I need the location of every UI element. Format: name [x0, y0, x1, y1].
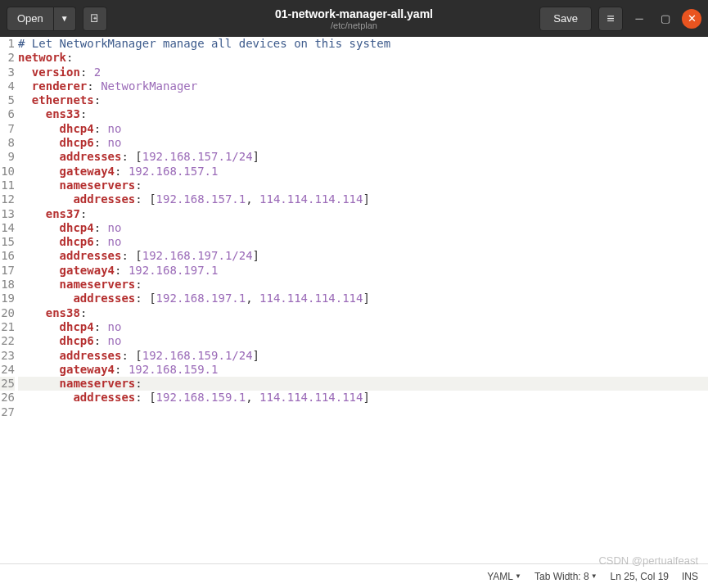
line-number: 7	[0, 122, 15, 136]
line-number: 11	[0, 179, 15, 192]
status-tab-width[interactable]: Tab Width: 8 ▼	[534, 571, 598, 582]
status-cursor-position[interactable]: Ln 25, Col 19	[611, 571, 669, 582]
line-number-gutter: 1234567891011121314151617181920212223242…	[0, 37, 18, 563]
status-language[interactable]: YAML ▼	[487, 571, 521, 582]
close-button[interactable]: ✕	[682, 9, 701, 29]
maximize-button[interactable]: ▢	[656, 9, 675, 29]
code-line[interactable]: ethernets:	[18, 93, 708, 107]
line-number: 22	[0, 334, 15, 348]
minimize-icon: ─	[635, 12, 643, 25]
code-line[interactable]: addresses: [192.168.159.1/24]	[18, 349, 708, 363]
line-number: 23	[0, 349, 15, 363]
code-line[interactable]: addresses: [192.168.197.1, 114.114.114.1…	[18, 292, 708, 305]
line-number: 10	[0, 165, 15, 179]
title-path: /etc/netplan	[275, 20, 433, 30]
code-line[interactable]: ens38:	[18, 306, 708, 320]
code-line[interactable]: dhcp4: no	[18, 320, 708, 334]
code-line[interactable]: # Let NetworkManager manage all devices …	[18, 37, 708, 51]
code-line[interactable]: dhcp4: no	[18, 122, 708, 136]
editor-area[interactable]: 1234567891011121314151617181920212223242…	[0, 37, 708, 563]
new-document-button[interactable]	[83, 7, 107, 31]
code-line[interactable]: dhcp6: no	[18, 334, 708, 348]
line-number: 14	[0, 221, 15, 235]
line-number: 9	[0, 150, 15, 164]
line-number: 4	[0, 79, 15, 93]
code-line[interactable]: renderer: NetworkManager	[18, 79, 708, 93]
status-bar: YAML ▼ Tab Width: 8 ▼ Ln 25, Col 19 INS	[0, 563, 708, 588]
open-dropdown-button[interactable]: ▼	[54, 7, 76, 31]
code-line[interactable]: nameservers:	[18, 377, 708, 391]
save-button[interactable]: Save	[539, 7, 592, 31]
line-number: 1	[0, 37, 15, 51]
code-line[interactable]: network:	[18, 51, 708, 65]
code-line[interactable]: dhcp6: no	[18, 136, 708, 150]
code-content[interactable]: # Let NetworkManager manage all devices …	[18, 37, 708, 563]
minimize-button[interactable]: ─	[629, 9, 649, 29]
hamburger-icon: ≡	[607, 11, 614, 26]
line-number: 2	[0, 51, 15, 65]
line-number: 19	[0, 292, 15, 305]
line-number: 5	[0, 93, 15, 107]
status-language-label: YAML	[487, 571, 513, 582]
line-number: 18	[0, 278, 15, 292]
open-button[interactable]: Open	[7, 7, 54, 31]
title-center: 01-network-manager-all.yaml /etc/netplan	[275, 7, 433, 30]
line-number: 17	[0, 264, 15, 278]
code-line[interactable]: addresses: [192.168.197.1/24]	[18, 249, 708, 263]
new-doc-icon	[90, 13, 100, 25]
hamburger-menu-button[interactable]: ≡	[598, 7, 623, 31]
chevron-down-icon: ▼	[591, 572, 598, 580]
line-number: 21	[0, 320, 15, 334]
chevron-down-icon: ▼	[515, 572, 521, 580]
line-number: 15	[0, 235, 15, 249]
code-line[interactable]: addresses: [192.168.157.1/24]	[18, 150, 708, 164]
line-number: 24	[0, 363, 15, 377]
code-line[interactable]: dhcp6: no	[18, 235, 708, 249]
line-number: 20	[0, 306, 15, 320]
code-line[interactable]: gateway4: 192.168.197.1	[18, 264, 708, 278]
code-line[interactable]: nameservers:	[18, 278, 708, 292]
title-filename: 01-network-manager-all.yaml	[275, 7, 433, 20]
line-number: 16	[0, 249, 15, 263]
line-number: 12	[0, 192, 15, 206]
line-number: 27	[0, 405, 15, 419]
code-line[interactable]: gateway4: 192.168.157.1	[18, 165, 708, 179]
line-number: 13	[0, 207, 15, 221]
line-number: 6	[0, 107, 15, 121]
line-number: 3	[0, 66, 15, 79]
line-number: 26	[0, 391, 15, 405]
code-line[interactable]: version: 2	[18, 66, 708, 79]
titlebar: Open ▼ 01-network-manager-all.yaml /etc/…	[0, 0, 708, 37]
status-insert-mode[interactable]: INS	[682, 571, 698, 582]
status-tab-width-label: Tab Width: 8	[534, 571, 589, 582]
code-line[interactable]: dhcp4: no	[18, 221, 708, 235]
code-line[interactable]: nameservers:	[18, 179, 708, 192]
code-line[interactable]: addresses: [192.168.157.1, 114.114.114.1…	[18, 192, 708, 206]
code-line[interactable]: addresses: [192.168.159.1, 114.114.114.1…	[18, 391, 708, 405]
code-line[interactable]: gateway4: 192.168.159.1	[18, 363, 708, 377]
chevron-down-icon: ▼	[61, 14, 69, 23]
code-line[interactable]: ens33:	[18, 107, 708, 121]
code-line[interactable]: ens37:	[18, 207, 708, 221]
line-number: 25	[0, 377, 15, 391]
close-icon: ✕	[688, 12, 697, 25]
code-line[interactable]	[18, 405, 708, 419]
line-number: 8	[0, 136, 15, 150]
maximize-icon: ▢	[661, 12, 670, 25]
